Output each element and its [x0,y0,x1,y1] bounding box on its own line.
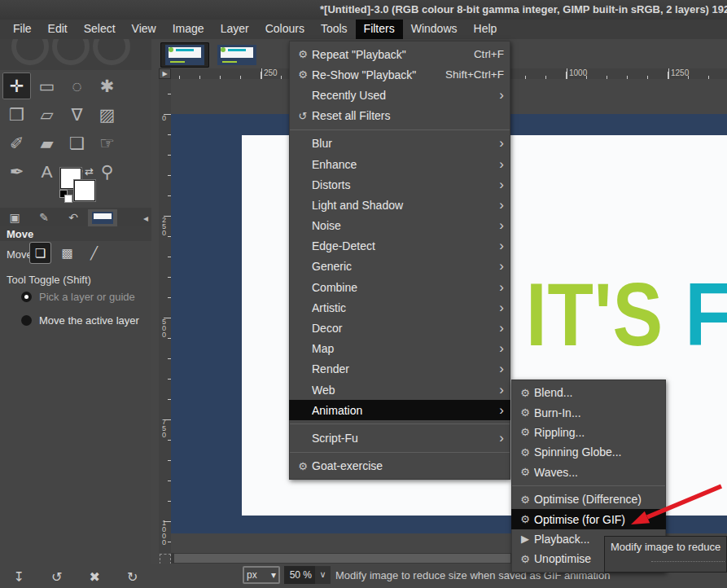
filters-menu-item-light-and-shadow[interactable]: Light and Shadow› [289,195,510,215]
gear-icon: ⚙ [294,68,312,81]
gradient-tool[interactable]: ▨ [93,101,121,128]
filters-menu-item-combine[interactable]: Combine› [289,277,510,297]
crop-tool[interactable]: ❒ [2,101,31,128]
zoom-tool[interactable]: ⚲ [93,158,121,185]
reset-tool-options-button[interactable]: ↻ [127,569,138,585]
submenu-arrow-icon: › [499,304,504,312]
menubar-item-windows[interactable]: Windows [403,20,466,39]
submenu-arrow-icon: › [499,139,504,147]
fuzzy-select-tool[interactable]: ✱ [93,72,121,99]
submenu-arrow-icon: › [499,160,504,169]
menubar-item-colours[interactable]: Colours [257,20,313,39]
filters-menu-item-edge-detect[interactable]: Edge-Detect› [289,236,510,257]
filters-menu-item-generic[interactable]: Generic› [289,257,510,277]
menubar-item-filters[interactable]: Filters [356,20,403,39]
filters-menu-item-render[interactable]: Render› [289,359,510,380]
filters-menu-item-reset-all-filters[interactable]: ↺Reset all Filters [289,106,510,126]
filters-menu-item-blur[interactable]: Blur› [289,134,510,154]
delete-tool-preset-button[interactable]: ✖ [90,569,100,585]
filters-menu-item-noise[interactable]: Noise› [289,216,510,236]
unit-dropdown[interactable]: px ▾ [243,566,280,584]
move-tool[interactable]: ✛ [2,72,31,99]
gear-icon: ↺ [294,110,312,122]
zoom-dropdown-button[interactable]: ∨ [315,566,331,584]
ruler-origin-button[interactable]: ▶ [159,68,171,79]
menubar-item-image[interactable]: Image [164,20,212,39]
filters-menu-item-re-show-playback[interactable]: ⚙Re-Show "Playback"Shift+Ctrl+F [289,64,510,85]
animation-submenu-item-optimise-for-gif[interactable]: ⚙Optimise (for GIF) [511,509,666,529]
menubar-item-view[interactable]: View [124,20,164,39]
animation-submenu-item-rippling[interactable]: ⚙Rippling... [511,423,666,442]
unified-transform-tool[interactable]: ▱ [33,101,61,128]
image-tab-1[interactable] [160,42,209,68]
submenu-arrow-icon: › [499,201,504,209]
h-ruler-label-1000: 1000 [567,68,587,79]
filters-menu-item-repeat-playback[interactable]: ⚙Repeat "Playback"Ctrl+F [289,44,510,64]
horizontal-scrollbar-thumb[interactable] [174,554,510,563]
menubar: FileEditSelectViewImageLayerColoursTools… [0,20,727,39]
menubar-item-layer[interactable]: Layer [212,20,257,39]
restore-tool-preset-button[interactable]: ↺ [51,569,62,585]
image-tab-2[interactable] [212,42,261,68]
decorative-circle [52,39,90,65]
filters-menu-item-recently-used[interactable]: Recently Used› [289,85,510,105]
radio-move-the-active-layer[interactable] [21,315,32,326]
menubar-item-tools[interactable]: Tools [313,20,356,39]
tool-toggle-label: Tool Toggle (Shift) [7,274,91,286]
menubar-item-edit[interactable]: Edit [40,20,76,39]
move-layer-button[interactable]: ❏ [29,242,51,264]
menubar-item-select[interactable]: Select [76,20,124,39]
decorative-circle [93,39,130,65]
submenu-arrow-icon: › [499,283,504,292]
submenu-arrow-icon: › [499,91,504,99]
animation-submenu-item-spinning-globe[interactable]: ⚙Spinning Globe... [511,442,666,462]
background-color-swatch[interactable] [74,180,95,201]
filters-menu-item-distorts[interactable]: Distorts› [289,174,510,195]
menu-item-label: Map [312,342,493,355]
filters-menu-item-artistic[interactable]: Artistic› [289,297,510,318]
menubar-item-help[interactable]: Help [466,20,506,39]
menu-item-label: Spinning Globe... [534,445,659,459]
animation-submenu-item-burn-in[interactable]: ⚙Burn-In... [511,402,666,422]
tooltip: Modify image to reduce [604,536,727,573]
animation-submenu-item-blend[interactable]: ⚙Blend... [511,383,666,402]
menu-item-label: Burn-In... [534,406,659,419]
swap-colors-icon[interactable]: ⇄ [85,165,94,178]
filters-menu-item-goat-exercise[interactable]: ⚙Goat-exercise [289,456,510,476]
rectangle-select-tool[interactable]: ▭ [33,72,61,99]
filters-menu-item-decor[interactable]: Decor› [289,318,510,338]
filters-menu-item-web[interactable]: Web› [289,380,510,400]
dock-tab-tool-options[interactable]: ▣ [0,209,29,226]
bucket-fill-tool[interactable]: ∇ [63,101,91,128]
window-title: *[Untitled]-3.0 (RGB colour 8-bit gamma … [320,3,727,15]
move-selection-button[interactable]: ▩ [56,242,78,264]
default-colors-icon[interactable] [64,195,72,203]
menu-item-label: Rippling... [534,426,659,439]
menu-item-label: Script-Fu [312,432,493,445]
filters-menu-item-animation[interactable]: Animation› [289,400,510,420]
menu-item-label: Recently Used [312,89,493,102]
animation-submenu-item-optimise-difference[interactable]: ⚙Optimise (Difference) [511,489,666,509]
dock-collapse-button[interactable]: ◂ [143,213,148,224]
text-tool[interactable]: A [33,158,61,185]
menu-item-label: Edge-Detect [312,239,493,252]
free-select-tool[interactable]: ◌ [63,72,91,99]
filters-menu-item-enhance[interactable]: Enhance› [289,154,510,174]
smudge-tool[interactable]: ☞ [93,129,121,156]
dock-tab-device-status[interactable]: ✎ [29,209,59,226]
save-tool-preset-button[interactable]: ↧ [14,569,24,585]
paintbrush-tool[interactable]: ✐ [2,129,31,156]
filters-menu-item-script-fu[interactable]: Script-Fu› [289,428,510,448]
move-path-button[interactable]: ╱ [83,242,105,264]
wilber-strip [0,39,151,70]
menubar-item-file[interactable]: File [5,20,40,39]
dock-tab-image-thumbnail[interactable] [88,209,117,226]
dock-tab-undo-history[interactable]: ↶ [59,209,88,226]
ink-tool[interactable]: ✒ [2,158,31,185]
clone-tool[interactable]: ❏ [63,129,91,156]
filters-menu-item-map[interactable]: Map› [289,339,510,359]
zoom-level-field[interactable]: 50 % [284,566,315,584]
animation-submenu-item-waves[interactable]: ⚙Waves... [511,463,666,482]
radio-pick-a-layer-or-guide[interactable] [21,292,32,302]
eraser-tool[interactable]: ▰ [33,129,61,156]
